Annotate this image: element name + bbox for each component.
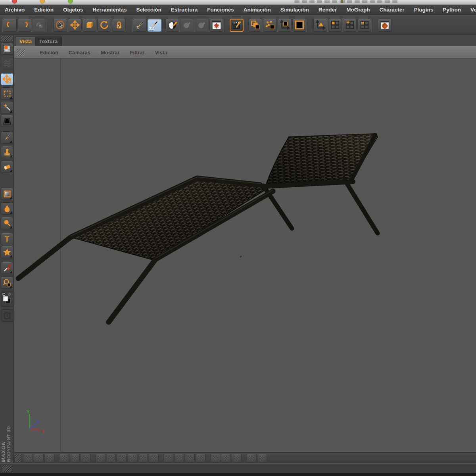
viewport-dot: [240, 256, 242, 257]
stamp-icon[interactable]: [1, 146, 13, 158]
star-shape-icon[interactable]: [1, 246, 13, 258]
bottom-tool-icon[interactable]: [44, 454, 54, 463]
tab-textura[interactable]: Textura: [35, 36, 62, 46]
main-toolbar: 3D: [0, 15, 476, 35]
bottom-tool-icon[interactable]: [81, 454, 90, 463]
text-tool-icon[interactable]: T: [1, 233, 13, 245]
vpmenu-camaras[interactable]: Cámaras: [69, 50, 90, 56]
bottom-tool-icon[interactable]: [163, 454, 173, 463]
bottom-tool-icon[interactable]: [117, 454, 127, 463]
menu-animacion[interactable]: Animación: [244, 7, 271, 13]
menu-archivo[interactable]: Archivo: [5, 7, 25, 13]
bottom-tool-icon[interactable]: [34, 454, 44, 463]
menu-seleccion[interactable]: Selección: [136, 7, 161, 13]
layout-quad-dots-icon[interactable]: [357, 19, 371, 32]
zoom-window-icon[interactable]: [68, 0, 73, 4]
copy-to-all-icon[interactable]: [292, 19, 306, 32]
menu-edicion[interactable]: Edición: [34, 7, 54, 13]
vpmenu-filtrar[interactable]: Filtrar: [130, 50, 145, 56]
axis-triangle-icon[interactable]: [313, 19, 327, 32]
transform-group: [52, 18, 127, 33]
close-window-icon[interactable]: [12, 0, 17, 4]
projection-grid-icon[interactable]: [1, 115, 13, 127]
menu-character[interactable]: Character: [379, 7, 404, 13]
layout-panels-icon[interactable]: [1, 42, 13, 55]
bottom-group-2: [59, 454, 90, 463]
bottom-toolbar-grip[interactable]: [15, 454, 21, 462]
bottom-tool-icon[interactable]: [174, 454, 184, 463]
menu-funciones[interactable]: Funciones: [207, 7, 234, 13]
menu-objetos[interactable]: Objetos: [63, 7, 83, 13]
bottom-toolbar: [14, 452, 476, 463]
rotate-tool-icon[interactable]: [97, 19, 111, 32]
bottom-tool-icon[interactable]: [59, 454, 69, 463]
menu-python[interactable]: Python: [443, 7, 461, 13]
bottom-tool-icon[interactable]: [106, 454, 116, 463]
eraser-icon[interactable]: [1, 161, 13, 173]
menu-simulacion[interactable]: Simulación: [280, 7, 309, 13]
menu-plugins[interactable]: Plugins: [414, 7, 434, 13]
scale-tool-icon[interactable]: [83, 19, 96, 32]
bottom-tool-icon[interactable]: [149, 454, 159, 463]
bottom-tool-icon[interactable]: [246, 454, 256, 463]
copy-to-axis-icon[interactable]: [278, 19, 292, 32]
bottom-strip-grip[interactable]: [2, 465, 12, 472]
menu-estructura[interactable]: Estructura: [171, 7, 198, 13]
lock-texture-icon[interactable]: [112, 19, 126, 32]
eyedropper-icon[interactable]: [1, 262, 13, 274]
droplet-icon[interactable]: [1, 202, 13, 215]
bottom-tool-icon[interactable]: [138, 454, 148, 463]
vpmenu-mostrar[interactable]: Mostrar: [101, 50, 120, 56]
gradient-icon[interactable]: [1, 188, 13, 200]
paint-3d-icon[interactable]: 3D: [148, 19, 161, 32]
bottom-tool-icon[interactable]: [257, 454, 267, 463]
bottom-tool-icon[interactable]: [232, 454, 242, 463]
live-selection-icon[interactable]: [53, 19, 67, 32]
branding: MAXON BODYPAINT 3D: [0, 403, 13, 462]
layout-quad-filled-icon[interactable]: [328, 19, 342, 32]
wizard-brush-icon[interactable]: [133, 19, 147, 32]
undo-group: [2, 18, 47, 33]
bottom-tool-icon[interactable]: [23, 454, 33, 463]
viewport-tab-strip: Vista Textura: [14, 35, 476, 46]
menu-herramientas[interactable]: Herramientas: [92, 7, 127, 13]
render-view-icon[interactable]: [230, 19, 244, 32]
bottom-tool-icon[interactable]: [70, 454, 80, 463]
magic-wand-icon[interactable]: [1, 101, 13, 113]
color-swatches[interactable]: C: [1, 291, 13, 307]
move-tool-active-icon[interactable]: [1, 73, 13, 85]
empty-slot[interactable]: [1, 309, 13, 322]
menu-ventana[interactable]: Ventana: [470, 7, 476, 13]
minimize-window-icon[interactable]: [40, 0, 45, 4]
rect-selection-icon[interactable]: [1, 87, 13, 100]
viewport-menu-grip[interactable]: [17, 49, 25, 56]
menu-render[interactable]: Render: [319, 7, 337, 13]
bottom-tool-icon[interactable]: [221, 454, 231, 463]
magnify-checker-icon[interactable]: [1, 276, 13, 289]
copy-to-points-icon[interactable]: [263, 19, 277, 32]
brush-icon[interactable]: [1, 131, 13, 144]
palette-grip[interactable]: [1, 36, 13, 41]
copy-to-layers-icon[interactable]: [248, 19, 262, 32]
bottom-tool-icon[interactable]: [127, 454, 137, 463]
macos-title-bar[interactable]: [0, 0, 476, 5]
net-render-globe-icon[interactable]: [378, 19, 392, 32]
vpmenu-vista[interactable]: Vista: [155, 50, 167, 56]
bottom-tool-icon[interactable]: [196, 454, 205, 463]
move-tool-icon[interactable]: [68, 19, 82, 32]
vpmenu-edicion[interactable]: Edición: [40, 50, 58, 56]
wicker-chaise-lounge-model[interactable]: Y X Z: [14, 59, 476, 452]
projection-paint-icon[interactable]: [165, 19, 179, 32]
layout-quad-bar-icon[interactable]: [343, 19, 357, 32]
bottom-tool-icon[interactable]: [210, 454, 220, 463]
bottom-tool-icon[interactable]: [95, 454, 105, 463]
window-title-mark: [341, 0, 343, 3]
viewport-3d[interactable]: Y X Z: [14, 59, 476, 452]
undo-icon[interactable]: [3, 19, 17, 32]
redo-icon[interactable]: [17, 19, 31, 32]
dodge-icon[interactable]: [1, 217, 13, 229]
menu-mograph[interactable]: MoGraph: [346, 7, 370, 13]
bottom-tool-icon[interactable]: [185, 454, 195, 463]
raybrush-wheel-icon[interactable]: [209, 19, 223, 32]
tab-vista[interactable]: Vista: [15, 36, 36, 46]
